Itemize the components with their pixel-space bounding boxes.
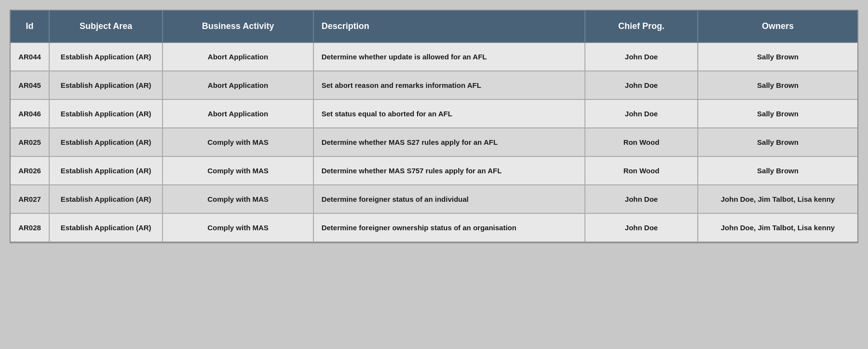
cell-id: AR025 bbox=[11, 128, 49, 156]
cell-description: Determine foreigner status of an individ… bbox=[313, 185, 585, 213]
cell-subject-area: Establish Application (AR) bbox=[49, 156, 163, 185]
cell-id: AR027 bbox=[11, 185, 49, 213]
cell-chief-prog: Ron Wood bbox=[585, 156, 698, 185]
cell-business-activity: Abort Application bbox=[163, 99, 313, 128]
cell-chief-prog: John Doe bbox=[585, 71, 698, 99]
cell-chief-prog: John Doe bbox=[585, 213, 698, 242]
cell-business-activity: Comply with MAS bbox=[163, 185, 313, 213]
header-description: Description bbox=[313, 11, 585, 42]
cell-owners: Sally Brown bbox=[698, 99, 857, 128]
cell-owners: Sally Brown bbox=[698, 128, 857, 156]
table-row: AR028Establish Application (AR)Comply wi… bbox=[11, 213, 857, 242]
cell-description: Determine foreigner ownership status of … bbox=[313, 213, 585, 242]
table-header-row: Id Subject Area Business Activity Descri… bbox=[11, 11, 857, 42]
cell-owners: Sally Brown bbox=[698, 42, 857, 71]
cell-subject-area: Establish Application (AR) bbox=[49, 42, 163, 71]
cell-chief-prog: John Doe bbox=[585, 99, 698, 128]
cell-description: Determine whether update is allowed for … bbox=[313, 42, 585, 71]
cell-chief-prog: John Doe bbox=[585, 185, 698, 213]
header-chief-prog: Chief Prog. bbox=[585, 11, 698, 42]
cell-business-activity: Comply with MAS bbox=[163, 128, 313, 156]
cell-description: Set abort reason and remarks information… bbox=[313, 71, 585, 99]
cell-id: AR044 bbox=[11, 42, 49, 71]
cell-description: Determine whether MAS S27 rules apply fo… bbox=[313, 128, 585, 156]
header-business-activity: Business Activity bbox=[163, 11, 313, 42]
cell-owners: Sally Brown bbox=[698, 71, 857, 99]
cell-description: Set status equal to aborted for an AFL bbox=[313, 99, 585, 128]
table-row: AR045Establish Application (AR)Abort App… bbox=[11, 71, 857, 99]
cell-subject-area: Establish Application (AR) bbox=[49, 71, 163, 99]
header-subject-area: Subject Area bbox=[49, 11, 163, 42]
cell-owners: Sally Brown bbox=[698, 156, 857, 185]
cell-chief-prog: John Doe bbox=[585, 42, 698, 71]
table-row: AR025Establish Application (AR)Comply wi… bbox=[11, 128, 857, 156]
cell-business-activity: Comply with MAS bbox=[163, 213, 313, 242]
cell-business-activity: Abort Application bbox=[163, 71, 313, 99]
header-owners: Owners bbox=[698, 11, 857, 42]
cell-description: Determine whether MAS S757 rules apply f… bbox=[313, 156, 585, 185]
cell-owners: John Doe, Jim Talbot, Lisa kenny bbox=[698, 185, 857, 213]
cell-business-activity: Comply with MAS bbox=[163, 156, 313, 185]
main-table-container: Id Subject Area Business Activity Descri… bbox=[10, 10, 858, 243]
cell-id: AR028 bbox=[11, 213, 49, 242]
cell-subject-area: Establish Application (AR) bbox=[49, 213, 163, 242]
cell-id: AR046 bbox=[11, 99, 49, 128]
table-row: AR027Establish Application (AR)Comply wi… bbox=[11, 185, 857, 213]
header-id: Id bbox=[11, 11, 49, 42]
table-row: AR026Establish Application (AR)Comply wi… bbox=[11, 156, 857, 185]
cell-owners: John Doe, Jim Talbot, Lisa kenny bbox=[698, 213, 857, 242]
table-row: AR044Establish Application (AR)Abort App… bbox=[11, 42, 857, 71]
cell-business-activity: Abort Application bbox=[163, 42, 313, 71]
cell-subject-area: Establish Application (AR) bbox=[49, 185, 163, 213]
cell-subject-area: Establish Application (AR) bbox=[49, 99, 163, 128]
cell-id: AR026 bbox=[11, 156, 49, 185]
cell-id: AR045 bbox=[11, 71, 49, 99]
table-row: AR046Establish Application (AR)Abort App… bbox=[11, 99, 857, 128]
cell-subject-area: Establish Application (AR) bbox=[49, 128, 163, 156]
data-table: Id Subject Area Business Activity Descri… bbox=[11, 11, 857, 242]
cell-chief-prog: Ron Wood bbox=[585, 128, 698, 156]
table-body: AR044Establish Application (AR)Abort App… bbox=[11, 42, 857, 242]
